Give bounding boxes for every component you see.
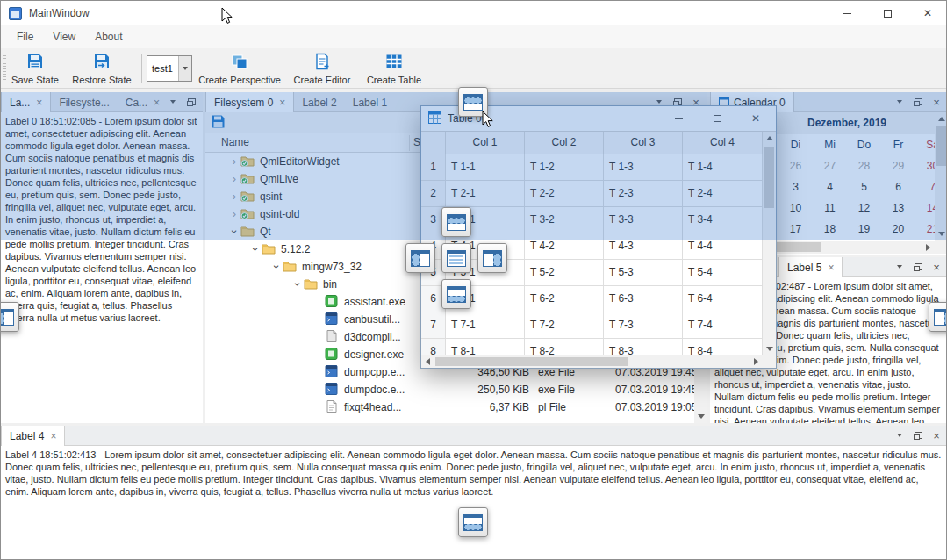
drop-indicator-outer-bottom-icon[interactable] — [458, 507, 488, 537]
tab-filesystem0[interactable]: Filesystem 0× — [205, 92, 294, 112]
table-corner-cell[interactable] — [421, 132, 446, 154]
table-cell[interactable]: T 1-3 — [604, 154, 683, 181]
dock-close-button[interactable]: × — [931, 261, 942, 273]
tree-expander-icon[interactable]: › — [228, 205, 240, 223]
dock-menu-button[interactable] — [894, 261, 905, 273]
drop-indicator-outer-right-icon[interactable] — [929, 302, 947, 332]
table-cell[interactable]: T 5-4 — [683, 260, 763, 286]
tree-item[interactable]: fixqt4head...6,37 KiBpl File07.03.2019 1… — [205, 398, 694, 416]
table-cell[interactable]: T 4-4 — [683, 233, 763, 260]
table-cell[interactable]: T 2-4 — [683, 181, 763, 207]
tab-label4[interactable]: Label 4× — [1, 426, 65, 446]
close-button[interactable]: ✕ — [908, 1, 947, 25]
menu-view[interactable]: View — [44, 28, 84, 46]
calendar-day-cell[interactable]: 6 — [881, 176, 915, 197]
maximize-button[interactable] — [867, 1, 908, 25]
combo-dropdown-icon[interactable] — [178, 56, 191, 81]
table-cell[interactable]: T 5-3 — [604, 260, 683, 286]
calendar-day-cell[interactable]: 5 — [847, 176, 881, 197]
table-row-header[interactable]: 2 — [421, 181, 446, 207]
calendar-day-cell[interactable]: 17 — [778, 219, 813, 240]
table-row-header[interactable]: 8 — [421, 339, 446, 355]
tab-close-icon[interactable]: × — [154, 97, 160, 108]
dock-undock-button[interactable] — [913, 261, 923, 273]
dock-undock-button[interactable] — [913, 96, 923, 108]
table-column-headers[interactable]: Col 1Col 2Col 3Col 4 — [421, 132, 763, 154]
calendar-day-cell[interactable]: 19 — [847, 219, 881, 240]
tree-expander-icon[interactable]: › — [228, 153, 240, 170]
table-cell[interactable]: T 4-2 — [525, 233, 604, 260]
table-cell[interactable]: T 2-1 — [446, 181, 525, 207]
drop-indicator-right-icon[interactable] — [477, 243, 507, 273]
tab-calendar1[interactable]: Ca...× — [118, 92, 168, 112]
drop-indicator-bottom-icon[interactable] — [441, 279, 471, 309]
calendar-day-cell[interactable]: 26 — [778, 155, 813, 176]
create-table-button[interactable]: Create Table — [362, 50, 426, 87]
menu-file[interactable]: File — [8, 28, 42, 46]
table-cell[interactable]: T 6-4 — [683, 286, 763, 312]
calendar-day-cell[interactable]: 3 — [778, 176, 813, 197]
table-column-header[interactable]: Col 1 — [446, 132, 525, 154]
calendar-day-cell[interactable]: 29 — [881, 155, 915, 176]
table-cell[interactable]: T 2-2 — [525, 181, 604, 207]
table-cell[interactable]: T 6-2 — [525, 286, 604, 312]
save-icon[interactable] — [211, 114, 226, 132]
drop-indicator-left-icon[interactable] — [405, 243, 435, 273]
calendar-day-cell[interactable]: 27 — [813, 155, 847, 176]
tree-expander-icon[interactable]: › — [289, 278, 306, 291]
create-perspective-button[interactable]: Create Perspective — [197, 50, 282, 87]
table-column-header[interactable]: Col 2 — [525, 132, 604, 154]
tree-expander-icon[interactable]: › — [228, 170, 240, 188]
menu-about[interactable]: About — [86, 28, 131, 46]
tab-label5[interactable]: Label 5× — [778, 257, 843, 277]
table-column-header[interactable]: Col 4 — [683, 132, 763, 154]
table-row-header[interactable]: 1 — [421, 154, 446, 181]
tree-header-name[interactable]: Name — [221, 136, 249, 148]
tree-expander-icon[interactable]: › — [228, 188, 240, 205]
calendar-day-cell[interactable]: 12 — [847, 197, 881, 219]
tab-close-icon[interactable]: × — [279, 97, 285, 108]
table-cell[interactable]: T 8-3 — [604, 339, 683, 355]
table-cell[interactable]: T 3-2 — [525, 207, 604, 233]
tree-expander-icon[interactable]: › — [226, 226, 243, 238]
tab-close-icon[interactable]: × — [828, 262, 834, 273]
table-vscrollbar[interactable] — [763, 132, 776, 355]
table-cell[interactable]: T 1-2 — [525, 154, 604, 181]
table-cell[interactable]: T 2-3 — [604, 181, 683, 207]
table-cell[interactable]: T 7-2 — [525, 312, 604, 339]
restore-state-button[interactable]: Restore State — [68, 50, 136, 87]
table-hscrollbar[interactable] — [421, 355, 763, 368]
perspective-combo[interactable]: test1 — [147, 55, 192, 82]
calendar-day-cell[interactable]: 4 — [813, 176, 847, 197]
create-editor-button[interactable]: Create Editor — [287, 50, 357, 87]
dock-menu-button[interactable] — [168, 96, 178, 108]
dock-undock-button[interactable] — [186, 96, 197, 108]
calendar-day-cell[interactable]: 11 — [813, 197, 847, 219]
save-state-button[interactable]: Save State — [6, 50, 64, 87]
table-cell[interactable]: T 1-4 — [683, 154, 763, 181]
drop-indicator-outer-top-icon[interactable] — [458, 87, 488, 117]
floating-table-window[interactable]: Table 0 ✕ Col 1Col 2Col 3Col 4 1T 1-1T 1… — [420, 105, 777, 369]
dock-menu-button[interactable] — [894, 96, 905, 108]
tree-expander-icon[interactable]: › — [247, 243, 264, 255]
dock-undock-button[interactable] — [913, 429, 923, 442]
table-column-header[interactable]: Col 3 — [604, 132, 683, 154]
drop-indicator-outer-left-icon[interactable] — [0, 302, 19, 332]
table-row-header[interactable]: 7 — [421, 312, 446, 339]
tab-label2[interactable]: Label 2 — [294, 92, 344, 112]
calendar-vscrollbar[interactable] — [935, 112, 947, 241]
table-cell[interactable]: T 8-4 — [683, 339, 763, 355]
minimize-button[interactable] — [827, 1, 867, 25]
table-cell[interactable]: T 1-1 — [446, 154, 525, 181]
table-cell[interactable]: T 7-4 — [683, 312, 763, 339]
table-cell[interactable]: T 3-3 — [604, 207, 683, 233]
calendar-day-cell[interactable]: 10 — [778, 197, 813, 219]
calendar-day-cell[interactable]: 28 — [847, 155, 881, 176]
calendar-day-cell[interactable]: 13 — [881, 197, 915, 219]
table-cell[interactable]: T 6-3 — [604, 286, 683, 312]
tree-expander-icon[interactable]: › — [268, 261, 285, 273]
table-cell[interactable]: T 7-1 — [446, 312, 525, 339]
tab-label1[interactable]: Label 1 — [345, 92, 395, 112]
table-cell[interactable]: T 8-2 — [525, 339, 604, 355]
table-cell[interactable]: T 5-2 — [525, 260, 604, 286]
